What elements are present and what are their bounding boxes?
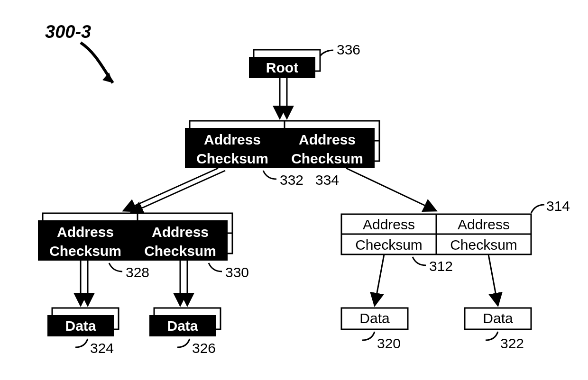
r3r-l-bot: Checksum [355,237,423,253]
ref-324: 324 [90,340,114,356]
r3r-r-top: Address [458,217,510,232]
ref-hook-314 [531,205,544,213]
r3r-r-bot: Checksum [450,237,517,253]
data-r1-label: Data [359,310,390,326]
root-label: Root [266,60,298,75]
r3l-l-bot: Checksum [49,243,121,259]
ref-hook-322 [486,332,498,340]
ref-hook-328 [109,263,122,271]
ref-hook-332 [263,171,276,179]
ref-hook-312 [413,257,426,265]
arrow-mid-r [346,168,436,211]
ref-314: 314 [546,198,570,214]
mid-left-bot: Checksum [196,151,268,166]
ref-312: 312 [429,258,453,274]
ref-hook-320 [362,332,375,340]
r3l-l-top: Address [57,224,114,240]
ref-hook-326 [177,339,190,347]
figure-ref: 300-3 [45,22,91,42]
ref-hook-324 [75,339,88,347]
ref-322: 322 [500,335,524,351]
ref-334: 334 [315,172,339,188]
r3l-r-top: Address [152,224,209,240]
ref-320: 320 [377,335,401,351]
ref-330: 330 [225,264,249,280]
arrow-mid-l-a [123,168,218,211]
arrow-mid-l-b [130,171,225,213]
mid-right-top: Address [299,132,356,147]
ref-336: 336 [337,42,360,57]
ref-hook-336 [320,50,333,56]
ref-328: 328 [126,264,149,280]
ref-hook-330 [209,263,222,271]
r3l-r-bot: Checksum [144,243,216,259]
data-l2-label: Data [167,318,198,334]
mid-left-top: Address [204,132,261,147]
mid-right-bot: Checksum [291,151,363,166]
data-l1-label: Data [65,318,96,334]
merkle-tree-diagram: 300-3 Root 336 Address Checksum Address … [0,0,588,380]
r3r-l-top: Address [363,217,415,232]
ref-332: 332 [280,172,303,188]
arrow-r1 [375,254,384,306]
ref-326: 326 [192,340,216,356]
data-r2-label: Data [483,310,513,326]
arrow-r2 [488,254,498,306]
